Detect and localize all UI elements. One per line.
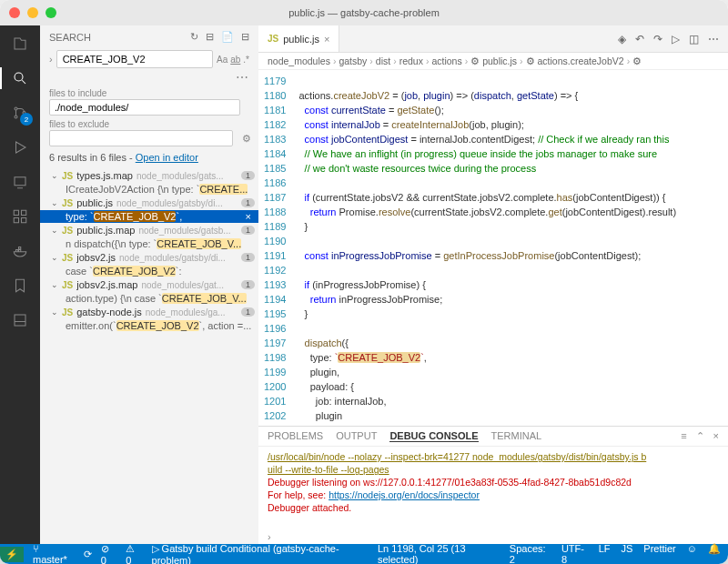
result-file[interactable]: ⌄JStypes.js.map node_modules/gats...1 — [40, 168, 258, 183]
result-file[interactable]: ⌄JSgatsby-node.js node_modules/ga...1 — [40, 305, 258, 319]
go-back-icon[interactable]: ↶ — [635, 33, 644, 45]
remote-indicator[interactable]: ⚡ — [0, 547, 24, 562]
scm-badge: 2 — [20, 113, 33, 126]
remote-icon[interactable] — [9, 171, 31, 193]
js-file-icon: JS — [268, 34, 278, 44]
regex-icon[interactable]: .* — [243, 55, 249, 65]
svg-point-2 — [15, 116, 17, 118]
chevron-down-icon: ⌄ — [51, 280, 58, 289]
eol-indicator[interactable]: LF — [599, 543, 611, 564]
step-icon[interactable]: ↷ — [653, 33, 662, 45]
breadcrumb-item[interactable]: dist — [376, 55, 390, 66]
result-file[interactable]: ⌄JSjobsv2.js node_modules/gatsby/di...1 — [40, 250, 258, 265]
source-control-icon[interactable]: 2 — [9, 102, 31, 124]
errors-indicator[interactable]: ⊘ 0 — [101, 543, 116, 565]
close-window[interactable] — [9, 7, 20, 18]
split-icon[interactable]: ◫ — [689, 33, 699, 45]
panel-icon[interactable] — [9, 309, 31, 331]
result-match[interactable]: type: `CREATE_JOB_V2`,× — [40, 210, 258, 223]
editor-tab[interactable]: JS public.js × — [258, 25, 339, 52]
breadcrumb-item[interactable]: redux — [399, 55, 423, 66]
match-count-badge: 1 — [241, 198, 255, 207]
js-file-icon: JS — [62, 171, 73, 181]
result-match[interactable]: action.type) {\n case `CREATE_JOB_V... — [40, 292, 258, 305]
encoding-indicator[interactable]: UTF-8 — [561, 543, 588, 564]
js-file-icon: JS — [62, 253, 73, 263]
breadcrumb[interactable]: node_modules›gatsby›dist›redux›actions›⚙… — [258, 53, 728, 70]
sync-indicator[interactable]: ⟳ — [84, 549, 92, 560]
minimize-window[interactable] — [27, 7, 38, 18]
refresh-icon[interactable]: ↻ — [190, 31, 198, 43]
exclude-input[interactable] — [49, 130, 233, 146]
code-editor[interactable]: 1179118011811182118311841185118611871188… — [258, 70, 728, 426]
chevron-down-icon: ⌄ — [51, 253, 58, 262]
close-tab-icon[interactable]: × — [324, 34, 329, 45]
result-match[interactable]: ICreateJobV2Action {\n type: `CREATE... — [40, 183, 258, 196]
result-match[interactable]: n dispatch({\n type: `CREATE_JOB_V... — [40, 237, 258, 250]
feedback-icon[interactable]: ☺ — [687, 543, 697, 564]
collapse-icon[interactable]: ⊟ — [241, 31, 249, 43]
chevron-down-icon: ⌄ — [51, 307, 58, 317]
panel-tab[interactable]: DEBUG CONSOLE — [389, 430, 478, 442]
bookmark-icon[interactable] — [9, 275, 31, 297]
result-match[interactable]: emitter.on(`CREATE_JOB_V2`, action =... — [40, 319, 258, 332]
docker-icon[interactable] — [9, 240, 31, 262]
result-file[interactable]: ⌄JSjobsv2.js.map node_modules/gat...1 — [40, 277, 258, 292]
debug-console-output[interactable]: /usr/local/bin/node --nolazy --inspect-b… — [258, 447, 728, 529]
explorer-icon[interactable] — [9, 33, 31, 55]
match-count-badge: 1 — [241, 226, 255, 235]
cursor-position[interactable]: Ln 1198, Col 25 (13 selected) — [378, 543, 499, 564]
debug-target[interactable]: ▷ Gatsby build Conditional (gatsby-cache… — [152, 543, 369, 565]
result-file[interactable]: ⌄JSpublic.js node_modules/gatsby/di...1 — [40, 196, 258, 210]
more-icon[interactable]: ⋯ — [708, 33, 719, 45]
result-file[interactable]: ⌄JSpublic.js.map node_modules/gatsb...1 — [40, 223, 258, 237]
breadcrumb-item[interactable]: ⚙ actions.createJobV2 — [526, 55, 624, 66]
include-input[interactable] — [49, 99, 240, 116]
compass-icon[interactable]: ◈ — [618, 33, 626, 45]
panel-tab[interactable]: TERMINAL — [491, 430, 542, 442]
breadcrumb-item[interactable]: actions — [431, 55, 461, 66]
use-exclude-icon[interactable]: ⚙ — [242, 133, 251, 145]
breadcrumb-item[interactable]: ⚙ — [632, 55, 642, 66]
open-in-editor-link[interactable]: Open in editor — [136, 152, 198, 163]
match-case-icon[interactable]: Aa — [217, 55, 228, 65]
run-icon[interactable]: ▷ — [672, 33, 680, 45]
panel-tab[interactable]: PROBLEMS — [268, 430, 323, 442]
panel-collapse-icon[interactable]: ⌃ — [696, 430, 704, 442]
chevron-down-icon: ⌄ — [51, 198, 58, 207]
breadcrumb-item[interactable]: gatsby — [339, 55, 367, 66]
toggle-search-details[interactable]: ⋯ — [40, 70, 258, 85]
svg-point-0 — [15, 73, 23, 81]
clear-icon[interactable]: ⊟ — [206, 31, 214, 43]
exclude-label: files to exclude — [40, 116, 258, 130]
indent-indicator[interactable]: Spaces: 2 — [510, 543, 551, 564]
chevron-down-icon: ⌄ — [51, 226, 58, 235]
svg-point-1 — [15, 107, 17, 110]
match-count-badge: 1 — [241, 171, 255, 180]
panel-filter-icon[interactable]: ≡ — [681, 430, 686, 442]
search-input[interactable] — [56, 50, 213, 68]
chevron-down-icon: ⌄ — [51, 171, 58, 180]
lang-indicator[interactable]: JS — [621, 543, 632, 564]
dismiss-match-icon[interactable]: × — [246, 211, 251, 222]
new-search-icon[interactable]: 📄 — [221, 31, 234, 43]
result-match[interactable]: case `CREATE_JOB_V2`: — [40, 265, 258, 277]
search-icon[interactable] — [9, 67, 31, 89]
panel-close-icon[interactable]: × — [713, 430, 719, 442]
formatter-indicator[interactable]: Prettier — [643, 543, 675, 564]
svg-rect-9 — [15, 315, 25, 326]
window-title: public.js — gatsby-cache-problem — [288, 7, 440, 18]
panel-tab[interactable]: OUTPUT — [336, 430, 377, 442]
match-word-icon[interactable]: ab — [230, 55, 240, 65]
extensions-icon[interactable] — [9, 206, 31, 227]
maximize-window[interactable] — [46, 7, 56, 18]
breadcrumb-item[interactable]: node_modules — [268, 55, 330, 66]
svg-rect-4 — [15, 177, 25, 186]
notifications-icon[interactable]: 🔔 — [708, 543, 721, 564]
warnings-indicator[interactable]: ⚠ 0 — [126, 543, 142, 565]
match-count-badge: 1 — [241, 280, 255, 289]
debug-icon[interactable] — [9, 136, 31, 158]
expand-replace-icon[interactable]: › — [49, 54, 53, 65]
branch-indicator[interactable]: ⑂ master* — [33, 543, 75, 564]
breadcrumb-item[interactable]: ⚙ public.js — [470, 55, 517, 66]
